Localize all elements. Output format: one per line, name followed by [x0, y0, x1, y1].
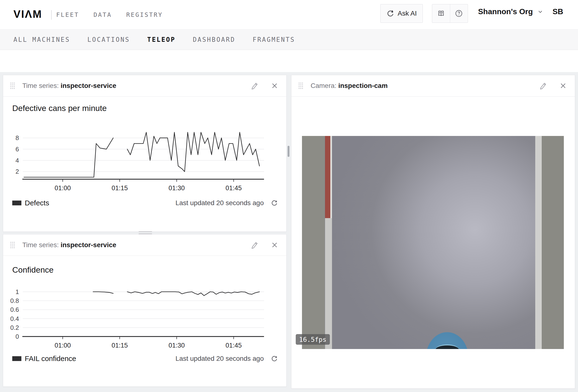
widget-resource-name: inspector-service [60, 241, 116, 248]
avatar[interactable]: SB [553, 7, 563, 16]
tab-teleop[interactable]: TELEOP [147, 36, 176, 43]
chart-footer: FAIL confidence Last updated 20 seconds … [12, 354, 278, 363]
refresh-icon[interactable] [271, 355, 278, 362]
header-divider [51, 10, 52, 20]
widget-header: Camera: inspection-cam [291, 75, 575, 97]
book-icon [437, 9, 445, 17]
docs-button[interactable] [432, 4, 450, 23]
legend-swatch [12, 356, 21, 361]
tab-all-machines[interactable]: ALL MACHINES [13, 36, 70, 43]
camera-scene-right-column [542, 136, 564, 349]
svg-text:1: 1 [16, 288, 19, 295]
ask-ai-sparkle-icon [386, 9, 394, 17]
workspace-toolbar: Workspaces inspection Home inspection-st… [0, 50, 578, 72]
nav-item-registry[interactable]: REGISTRY [126, 11, 163, 18]
tab-dashboard[interactable]: DASHBOARD [193, 36, 236, 43]
chevron-down-icon [537, 9, 543, 15]
chart-title: Confidence [12, 265, 53, 275]
svg-text:0.2: 0.2 [10, 324, 19, 331]
svg-text:0.4: 0.4 [10, 315, 19, 322]
fps-badge: 16.5fps [296, 334, 330, 345]
last-updated-text: Last updated 20 seconds ago [176, 355, 264, 362]
widget-timeseries-defects: Time series: inspector-service Defective… [3, 75, 287, 232]
edit-widget-button[interactable] [251, 241, 258, 249]
ask-ai-button[interactable]: Ask AI [380, 4, 423, 23]
edit-widget-button[interactable] [251, 82, 258, 90]
help-icon-group [432, 4, 468, 23]
camera-scene-right-stripe [535, 136, 542, 349]
viam-logo[interactable]: VIΛM [13, 8, 42, 20]
camera-stream [302, 136, 564, 349]
svg-text:01:30: 01:30 [169, 185, 185, 192]
legend-swatch [12, 200, 21, 205]
widget-resource-name: inspection-cam [338, 82, 387, 89]
column-resize-handle[interactable] [288, 146, 289, 157]
defects-line-chart: 246801:0001:1501:3001:45 [9, 120, 275, 192]
widget-camera: Camera: inspection-cam 16.5fps [291, 75, 575, 389]
viam-teleop-page: { "header": { "logo": "VIΛM", "nav_items… [0, 0, 578, 392]
close-widget-button[interactable] [560, 82, 567, 89]
org-name: Shannon's Org [478, 7, 533, 16]
close-widget-button[interactable] [271, 82, 278, 89]
teleop-workspace: Time series: inspector-service Defective… [0, 72, 578, 392]
ask-ai-label: Ask AI [398, 10, 417, 17]
drag-handle-icon[interactable] [298, 82, 303, 89]
camera-scene-red-bar [325, 136, 330, 218]
svg-text:8: 8 [16, 134, 19, 142]
tab-locations[interactable]: LOCATIONS [88, 36, 130, 43]
widget-timeseries-confidence: Time series: inspector-service Confidenc… [3, 234, 287, 387]
camera-scene-light-stripe [330, 136, 332, 218]
chart-title: Defective cans per minute [12, 103, 107, 113]
svg-text:0.6: 0.6 [10, 306, 19, 313]
drag-handle-icon[interactable] [10, 242, 15, 248]
close-widget-button[interactable] [271, 242, 278, 248]
last-updated-text: Last updated 20 seconds ago [176, 199, 264, 207]
nav-item-fleet[interactable]: FLEET [56, 11, 79, 18]
svg-text:6: 6 [16, 146, 19, 153]
org-switcher[interactable]: Shannon's Org [478, 7, 543, 16]
svg-text:01:45: 01:45 [226, 342, 242, 349]
legend-label: Defects [25, 199, 49, 207]
primary-nav: FLEET DATA REGISTRY [56, 0, 163, 29]
widget-title: Camera: inspection-cam [311, 82, 388, 90]
legend-label: FAIL confidence [25, 354, 76, 363]
row-resize-handle[interactable] [139, 231, 152, 234]
svg-text:2: 2 [16, 168, 19, 175]
edit-widget-button[interactable] [539, 82, 547, 90]
help-button[interactable] [450, 4, 468, 23]
widget-header: Time series: inspector-service [3, 75, 286, 97]
nav-item-data[interactable]: DATA [94, 11, 112, 18]
confidence-line-chart: 00.20.40.60.8101:0001:1501:3001:45 [9, 277, 275, 349]
widget-title: Time series: inspector-service [22, 82, 116, 90]
svg-text:01:00: 01:00 [54, 185, 71, 192]
refresh-icon[interactable] [271, 199, 278, 207]
camera-scene-left-column [302, 136, 325, 349]
svg-text:0: 0 [16, 333, 19, 340]
question-icon [455, 9, 463, 17]
svg-text:01:15: 01:15 [111, 342, 128, 349]
svg-text:4: 4 [16, 157, 19, 164]
widget-title: Time series: inspector-service [22, 241, 116, 249]
top-header: VIΛM FLEET DATA REGISTRY Ask AI Shannon'… [0, 0, 578, 30]
camera-scene-light-stripe-lower [325, 218, 332, 349]
fleet-subnav: ALL MACHINES LOCATIONS TELEOP DASHBOARD … [0, 30, 578, 50]
svg-text:01:45: 01:45 [226, 185, 242, 192]
widget-header: Time series: inspector-service [3, 235, 286, 256]
widget-resource-name: inspector-service [60, 82, 116, 89]
svg-text:01:30: 01:30 [169, 342, 185, 349]
svg-text:0.8: 0.8 [10, 297, 19, 304]
drag-handle-icon[interactable] [10, 82, 15, 89]
svg-text:01:15: 01:15 [111, 185, 128, 192]
chart-footer: Defects Last updated 20 seconds ago [12, 199, 278, 207]
svg-text:01:00: 01:00 [54, 342, 71, 349]
tab-fragments[interactable]: FRAGMENTS [253, 36, 295, 43]
